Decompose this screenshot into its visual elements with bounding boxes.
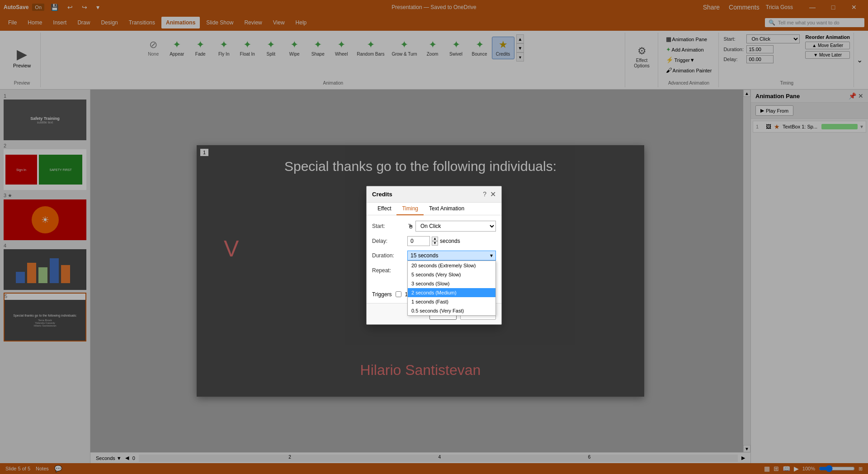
duration-option-20[interactable]: 20 seconds (Extremely Slow) xyxy=(408,261,495,270)
delay-control: ▲ ▼ seconds xyxy=(407,236,496,246)
dialog-help-btn[interactable]: ? xyxy=(483,190,486,198)
duration-option-3[interactable]: 3 seconds (Slow) xyxy=(408,279,495,288)
delay-spinner: ▲ ▼ xyxy=(432,237,438,246)
delay-input[interactable] xyxy=(407,236,430,246)
duration-value: 15 seconds xyxy=(410,252,438,259)
duration-option-2[interactable]: 2 seconds (Medium) xyxy=(408,288,495,297)
credits-dialog: Credits ? ✕ Effect Timing Text Animation… xyxy=(366,186,502,325)
start-form-label: Start: xyxy=(372,223,404,229)
delay-unit: seconds xyxy=(440,238,460,244)
duration-chevron: ▾ xyxy=(490,252,493,259)
dialog-title-bar: Credits ? ✕ xyxy=(367,186,501,203)
triggers-label: Triggers xyxy=(372,291,392,298)
duration-option-1[interactable]: 1 seconds (Fast) xyxy=(408,297,495,306)
delay-up-btn[interactable]: ▲ xyxy=(432,237,438,241)
dialog-tabs: Effect Timing Text Animation xyxy=(367,203,501,215)
duration-option-5[interactable]: 5 seconds (Very Slow) xyxy=(408,270,495,279)
dialog-title-icons: ? ✕ xyxy=(483,190,496,199)
duration-option-05[interactable]: 0.5 seconds (Very Fast) xyxy=(408,306,495,315)
start-form-row: Start: 🖱 On Click With Previous After Pr… xyxy=(372,221,496,232)
dialog-title: Credits xyxy=(372,191,392,198)
delay-form-row: Delay: ▲ ▼ seconds xyxy=(372,236,496,246)
delay-form-label: Delay: xyxy=(372,238,404,244)
start-select[interactable]: On Click With Previous After Previous xyxy=(415,221,496,232)
duration-container: 15 seconds ▾ 20 seconds (Extremely Slow)… xyxy=(407,251,496,261)
tab-text-animation[interactable]: Text Animation xyxy=(424,203,470,215)
triggers-checkbox[interactable] xyxy=(396,291,401,297)
click-icon: 🖱 xyxy=(407,223,414,230)
duration-form-label: Duration: xyxy=(372,252,404,259)
dialog-body: Start: 🖱 On Click With Previous After Pr… xyxy=(367,215,501,303)
modal-overlay: Credits ? ✕ Effect Timing Text Animation… xyxy=(0,0,868,474)
duration-form-row: Duration: 15 seconds ▾ 20 seconds (Extre… xyxy=(372,251,496,261)
duration-dropdown: 20 seconds (Extremely Slow) 5 seconds (V… xyxy=(407,261,496,316)
tab-effect[interactable]: Effect xyxy=(372,203,396,215)
delay-down-btn[interactable]: ▼ xyxy=(432,241,438,246)
duration-select-btn[interactable]: 15 seconds ▾ xyxy=(407,251,496,261)
start-control: 🖱 On Click With Previous After Previous xyxy=(407,221,496,232)
repeat-form-label: Repeat: xyxy=(372,267,404,274)
tab-timing[interactable]: Timing xyxy=(396,203,424,215)
dialog-close-btn[interactable]: ✕ xyxy=(490,190,496,199)
